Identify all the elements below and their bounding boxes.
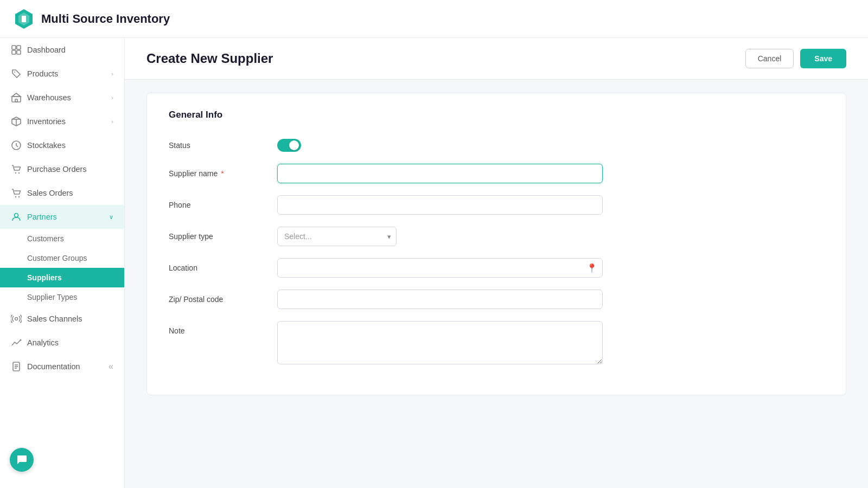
cart-in-icon: [11, 164, 22, 175]
location-pin-icon: 📍: [586, 263, 597, 273]
doc-icon: [11, 361, 22, 372]
svg-point-18: [15, 318, 18, 320]
sidebar-label-partners: Partners: [27, 213, 57, 221]
supplier-name-row: Supplier name *: [169, 164, 824, 183]
phone-row: Phone: [169, 195, 824, 215]
supplier-name-control: [277, 164, 824, 183]
sidebar-item-analytics[interactable]: Analytics: [0, 331, 124, 355]
svg-point-19: [20, 339, 22, 341]
note-control: [277, 321, 824, 367]
status-toggle-wrap[interactable]: [277, 136, 824, 152]
building-icon: [11, 92, 22, 103]
svg-point-17: [15, 214, 18, 217]
chevron-inventories-icon: ›: [111, 118, 113, 125]
supplier-type-select[interactable]: Select...: [277, 227, 397, 246]
app-title: Multi Source Inventory: [41, 12, 170, 26]
sidebar-item-purchase-orders[interactable]: Purchase Orders: [0, 157, 124, 181]
sidebar-label-inventories: Inventories: [27, 117, 66, 126]
svg-point-16: [18, 196, 20, 197]
svg-point-14: [18, 172, 20, 174]
note-textarea[interactable]: [277, 321, 603, 364]
sidebar-label-sales-orders: Sales Orders: [27, 189, 73, 197]
sidebar-sub-label-customers: Customers: [27, 234, 64, 243]
sidebar-label-dashboard: Dashboard: [27, 46, 66, 54]
sidebar-sub-item-customers[interactable]: Customers: [0, 229, 124, 248]
main-header: Create New Supplier Cancel Save: [125, 38, 868, 80]
sidebar-item-warehouses[interactable]: Warehouses ›: [0, 86, 124, 110]
location-row: Location 📍: [169, 258, 824, 278]
page-title: Create New Supplier: [146, 51, 273, 66]
box-icon: [11, 116, 22, 127]
supplier-type-row: Supplier type Select... ▾: [169, 227, 824, 246]
svg-point-15: [15, 196, 16, 197]
status-label: Status: [169, 136, 266, 150]
svg-rect-5: [12, 50, 16, 54]
app-logo-icon: [13, 8, 35, 30]
svg-point-7: [14, 72, 15, 73]
sidebar-item-stocktakes[interactable]: Stocktakes: [0, 133, 124, 157]
note-label: Note: [169, 321, 266, 335]
general-info-section: General Info Status Supplier name *: [146, 93, 846, 395]
sidebar-label-sales-channels: Sales Channels: [27, 314, 82, 323]
cancel-button[interactable]: Cancel: [745, 49, 794, 68]
svg-point-13: [15, 172, 16, 174]
sidebar-item-products[interactable]: Products ›: [0, 62, 124, 86]
supplier-type-control: Select... ▾: [277, 227, 824, 246]
sidebar-sub-item-suppliers[interactable]: Suppliers: [0, 268, 124, 287]
sidebar-label-products: Products: [27, 69, 58, 78]
sidebar-sub-item-customer-groups[interactable]: Customer Groups: [0, 248, 124, 268]
main-layout: Dashboard Products › Warehouses › Invent…: [0, 38, 868, 488]
sidebar-sub-label-customer-groups: Customer Groups: [27, 254, 87, 262]
location-control: 📍: [277, 258, 824, 278]
save-button[interactable]: Save: [800, 49, 846, 68]
sidebar-label-analytics: Analytics: [27, 338, 59, 347]
sidebar-item-documentation[interactable]: Documentation «: [0, 355, 124, 378]
person-icon: [11, 211, 22, 222]
sidebar: Dashboard Products › Warehouses › Invent…: [0, 38, 125, 488]
supplier-type-select-wrap: Select... ▾: [277, 227, 397, 246]
zip-input[interactable]: [277, 290, 603, 309]
status-control: [277, 136, 824, 152]
collapse-icon[interactable]: «: [108, 362, 113, 371]
cart-out-icon: [11, 188, 22, 198]
supplier-type-label: Supplier type: [169, 227, 266, 241]
sidebar-item-inventories[interactable]: Inventories ›: [0, 110, 124, 133]
location-label: Location: [169, 258, 266, 272]
grid-icon: [11, 44, 22, 55]
zip-row: Zip/ Postal code: [169, 290, 824, 309]
sidebar-label-purchase-orders: Purchase Orders: [27, 165, 87, 174]
sidebar-item-sales-orders[interactable]: Sales Orders: [0, 181, 124, 205]
broadcast-icon: [11, 313, 22, 324]
section-title: General Info: [169, 110, 824, 120]
toggle-knob: [289, 140, 299, 150]
phone-label: Phone: [169, 195, 266, 209]
supplier-name-input[interactable]: [277, 164, 603, 183]
location-input[interactable]: [277, 258, 603, 278]
app-header: Multi Source Inventory: [0, 0, 868, 38]
main-content: Create New Supplier Cancel Save General …: [125, 38, 868, 488]
sidebar-sub-label-supplier-types: Supplier Types: [27, 293, 77, 301]
clock-icon: [11, 140, 22, 151]
zip-label: Zip/ Postal code: [169, 290, 266, 304]
chat-icon: [16, 454, 28, 466]
sidebar-item-sales-channels[interactable]: Sales Channels: [0, 307, 124, 331]
chat-bubble-button[interactable]: [10, 448, 34, 472]
tag-icon: [11, 68, 22, 79]
sidebar-label-warehouses: Warehouses: [27, 93, 71, 102]
phone-control: [277, 195, 824, 215]
location-input-wrap: 📍: [277, 258, 603, 278]
svg-rect-6: [17, 50, 21, 54]
sidebar-item-dashboard[interactable]: Dashboard: [0, 38, 124, 62]
zip-control: [277, 290, 824, 309]
sidebar-item-partners[interactable]: Partners ∨: [0, 205, 124, 229]
chevron-products-icon: ›: [111, 70, 113, 77]
header-actions: Cancel Save: [745, 49, 846, 68]
sidebar-sub-item-supplier-types[interactable]: Supplier Types: [0, 287, 124, 307]
svg-rect-4: [17, 46, 21, 49]
svg-rect-3: [12, 46, 16, 49]
svg-rect-9: [15, 99, 17, 102]
required-mark: *: [219, 169, 224, 178]
phone-input[interactable]: [277, 195, 603, 215]
svg-rect-2: [22, 16, 26, 22]
status-toggle[interactable]: [277, 139, 301, 152]
